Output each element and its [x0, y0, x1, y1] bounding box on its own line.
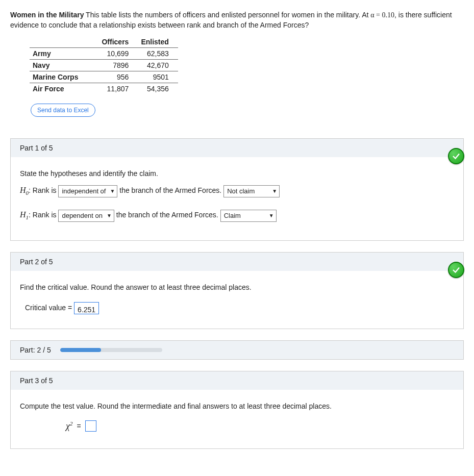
- question-prompt: Women in the Military This table lists t…: [10, 10, 464, 30]
- h0-line: H0: Rank is independent of ▼ the branch …: [20, 183, 454, 198]
- critical-value-label: Critical value =: [25, 304, 74, 312]
- send-to-excel-button[interactable]: Send data to Excel: [31, 104, 95, 117]
- part2-instruction: Find the critical value. Round the answe…: [20, 281, 454, 294]
- part-3: Part 3 of 5 Compute the test value. Roun…: [10, 371, 464, 449]
- data-table: Officers Enlisted Army 10,699 62,583 Nav…: [30, 36, 178, 94]
- table-row: Marine Corps 956 9501: [30, 71, 178, 83]
- chevron-down-icon: ▼: [272, 187, 277, 196]
- table-row: Navy 7896 42,670: [30, 60, 178, 71]
- progress-fill: [60, 348, 101, 352]
- chevron-down-icon: ▼: [107, 211, 112, 220]
- part-header: Part 3 of 5: [11, 371, 463, 390]
- critical-value-input[interactable]: 6.251: [74, 302, 99, 314]
- prompt-title: Women in the Military: [10, 11, 84, 19]
- col-header-officers: Officers: [98, 36, 138, 48]
- part-1: Part 1 of 5 State the hypotheses and ide…: [10, 138, 464, 241]
- table-row: Army 10,699 62,583: [30, 48, 178, 60]
- h1-relation-select[interactable]: dependent on ▼: [58, 210, 114, 222]
- progress-section: Part: 2 / 5: [10, 340, 464, 360]
- col-header-enlisted: Enlisted: [138, 36, 178, 48]
- prompt-text-1: This table lists the numbers of officers…: [84, 11, 370, 19]
- chevron-down-icon: ▼: [269, 211, 274, 220]
- alpha-value: α = 0.10: [370, 11, 394, 19]
- h1-claim-select[interactable]: Claim ▼: [220, 210, 277, 222]
- chi-square-symbol: χ2: [66, 418, 72, 434]
- h0-claim-select[interactable]: Not claim ▼: [223, 185, 280, 197]
- chevron-down-icon: ▼: [110, 187, 115, 196]
- part-header: Part 1 of 5: [11, 139, 463, 157]
- table-row: Air Force 11,807 54,356: [30, 83, 178, 95]
- h1-line: H1: Rank is dependent on ▼ the branch of…: [20, 208, 454, 223]
- progress-bar: [60, 348, 162, 352]
- part3-instruction: Compute the test value. Round the interm…: [20, 400, 454, 413]
- part-2: Part 2 of 5 Find the critical value. Rou…: [10, 252, 464, 329]
- progress-label: Part: 2 / 5: [20, 346, 51, 354]
- part1-instruction: State the hypotheses and identify the cl…: [20, 167, 454, 180]
- chi-square-input[interactable]: [85, 420, 96, 432]
- correct-check-icon: [448, 148, 464, 164]
- h0-relation-select[interactable]: independent of ▼: [58, 185, 117, 197]
- part-header: Part 2 of 5: [11, 253, 463, 271]
